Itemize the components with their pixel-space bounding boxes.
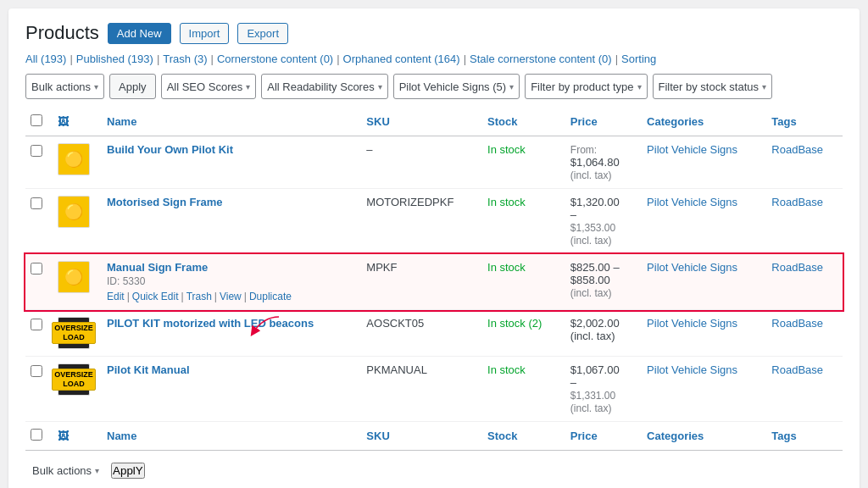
status-filter-nav: All (193) | Published (193) | Trash (3) … [25, 53, 843, 65]
header-thumb: 🖼 [49, 108, 98, 136]
row-categories-cell: Pilot Vehicle Signs [638, 189, 763, 254]
footer-categories: Categories [638, 422, 763, 451]
row-sku-cell: MOTORIZEDPKF [358, 189, 479, 254]
row-checkbox-cell[interactable] [25, 357, 49, 422]
product-price: $2,002.00(incl. tax) [570, 317, 630, 342]
product-thumbnail: OVERSIZELOAD [58, 363, 90, 396]
product-sku: AOSCKT05 [366, 317, 424, 330]
row-sku-cell: PKMANUAL [358, 357, 479, 422]
table-row: OVERSIZELOAD Pilot Kit ManualPKMANUALIn … [25, 357, 843, 422]
filter-all[interactable]: All (193) [25, 53, 66, 65]
table-footer-row: 🖼 Name SKU Stock Price Categories Tags [25, 422, 843, 451]
product-category-link[interactable]: Pilot Vehicle Signs [647, 317, 737, 330]
product-name: Motorised Sign Frame [107, 196, 349, 208]
row-price-cell: $1,320.00–$1,353.00(incl. tax) [562, 189, 638, 254]
row-thumb-cell: 🟡 [49, 136, 98, 189]
row-checkbox[interactable] [31, 145, 42, 157]
products-table: 🖼 Name SKU Stock Price Catego [25, 108, 843, 451]
add-new-button[interactable]: Add New [108, 23, 171, 44]
footer-select-all-checkbox[interactable] [31, 429, 42, 441]
seo-scores-select[interactable]: All SEO Scores [161, 74, 257, 99]
product-name-link[interactable]: Pilot Kit Manual [107, 363, 190, 376]
table-header-row: 🖼 Name SKU Stock Price Catego [25, 108, 843, 136]
category-filter-select[interactable]: Pilot Vehicle Signs (5) [393, 74, 520, 99]
action-view[interactable]: View [220, 291, 242, 302]
action-edit[interactable]: Edit [107, 291, 125, 302]
top-apply-button[interactable]: Apply [109, 74, 156, 99]
import-button[interactable]: Import [180, 23, 230, 44]
readability-scores-select[interactable]: All Readability Scores [261, 74, 387, 99]
row-checkbox-cell[interactable] [25, 310, 49, 357]
action-duplicate[interactable]: Duplicate [249, 291, 292, 302]
row-price-cell: From:$1,064.80(incl. tax) [562, 136, 638, 189]
filter-orphaned[interactable]: Orphaned content (164) [343, 53, 460, 65]
row-name-cell: Manual Sign FrameID: 5330Edit | Quick Ed… [98, 254, 358, 310]
product-name-link[interactable]: PILOT KIT motorized with LED beacons [107, 317, 314, 330]
product-name-link[interactable]: Motorised Sign Frame [107, 196, 223, 208]
row-price-cell: $2,002.00(incl. tax) [562, 310, 638, 357]
row-checkbox-cell[interactable] [25, 136, 49, 189]
action-quick-edit[interactable]: Quick Edit [132, 291, 179, 302]
row-checkbox-cell[interactable] [25, 189, 49, 254]
product-thumbnail: 🟡 [58, 143, 90, 175]
product-category-link[interactable]: Pilot Vehicle Signs [647, 261, 737, 274]
filter-trash[interactable]: Trash (3) [163, 53, 207, 65]
action-trash[interactable]: Trash [186, 291, 212, 302]
filter-stale[interactable]: Stale cornerstone content (0) [470, 53, 612, 65]
header-name[interactable]: Name [98, 108, 358, 136]
header-check[interactable] [25, 108, 49, 136]
row-checkbox[interactable] [31, 197, 42, 209]
select-all-checkbox[interactable] [31, 114, 42, 126]
row-checkbox[interactable] [31, 365, 42, 377]
footer-stock: Stock [479, 422, 562, 451]
footer-check[interactable] [25, 422, 49, 451]
product-sku: – [366, 143, 372, 156]
product-tag-link[interactable]: RoadBase [771, 317, 823, 330]
product-tag-link[interactable]: RoadBase [771, 261, 823, 274]
product-type-filter-select[interactable]: Filter by product type [525, 74, 647, 99]
product-name-link[interactable]: Manual Sign Frame [107, 261, 208, 274]
product-price: $825.00 –$858.00(incl. tax) [570, 261, 630, 299]
row-checkbox[interactable] [31, 263, 42, 274]
filter-published[interactable]: Published (193) [76, 53, 153, 65]
row-sku-cell: – [358, 136, 479, 189]
stock-status-filter-select[interactable]: Filter by stock status [653, 74, 772, 99]
header-stock: Stock [479, 108, 562, 136]
filter-sorting[interactable]: Sorting [621, 53, 656, 65]
product-tag-link[interactable]: RoadBase [771, 143, 823, 156]
bottom-apply-button[interactable]: ApplY [111, 463, 145, 479]
row-name-cell: Build Your Own Pilot Kit [98, 136, 358, 189]
footer-price[interactable]: Price [562, 422, 638, 451]
header-price[interactable]: Price [562, 108, 638, 136]
product-name-link[interactable]: Build Your Own Pilot Kit [107, 143, 233, 156]
row-categories-cell: Pilot Vehicle Signs [638, 136, 763, 189]
header-tags: Tags [763, 108, 843, 136]
row-sku-cell: MPKF [358, 254, 479, 310]
bottom-bulk-actions-select[interactable]: Bulk actions [25, 464, 106, 477]
row-categories-cell: Pilot Vehicle Signs [638, 357, 763, 422]
row-price-cell: $1,067.00–$1,331.00(incl. tax) [562, 357, 638, 422]
row-name-cell: Pilot Kit Manual [98, 357, 358, 422]
product-category-link[interactable]: Pilot Vehicle Signs [647, 143, 737, 156]
footer-name[interactable]: Name [98, 422, 358, 451]
row-name-cell: PILOT KIT motorized with LED beacons [98, 310, 358, 357]
product-tag-link[interactable]: RoadBase [771, 196, 823, 208]
bulk-actions-select[interactable]: Bulk actions [25, 74, 104, 99]
product-stock: In stock [487, 196, 526, 208]
row-checkbox-cell[interactable] [25, 254, 49, 310]
row-thumb-cell: OVERSIZELOAD [49, 357, 98, 422]
row-tags-cell: RoadBase [763, 357, 843, 422]
product-category-link[interactable]: Pilot Vehicle Signs [647, 196, 737, 208]
product-thumbnail: 🟡 [58, 261, 90, 293]
row-checkbox[interactable] [31, 319, 42, 330]
row-tags-cell: RoadBase [763, 136, 843, 189]
filter-cornerstone[interactable]: Cornerstone content (0) [217, 53, 333, 65]
row-actions: Edit | Quick Edit | Trash | View | Dupli… [107, 291, 349, 302]
product-tag-link[interactable]: RoadBase [771, 363, 823, 376]
product-category-link[interactable]: Pilot Vehicle Signs [647, 363, 737, 376]
row-thumb-cell: 🟡 [49, 189, 98, 254]
row-name-cell: Motorised Sign Frame [98, 189, 358, 254]
row-thumb-cell: 🟡 [49, 254, 98, 310]
table-row: 🟡Build Your Own Pilot Kit–In stockFrom:$… [25, 136, 843, 189]
export-button[interactable]: Export [237, 23, 288, 44]
